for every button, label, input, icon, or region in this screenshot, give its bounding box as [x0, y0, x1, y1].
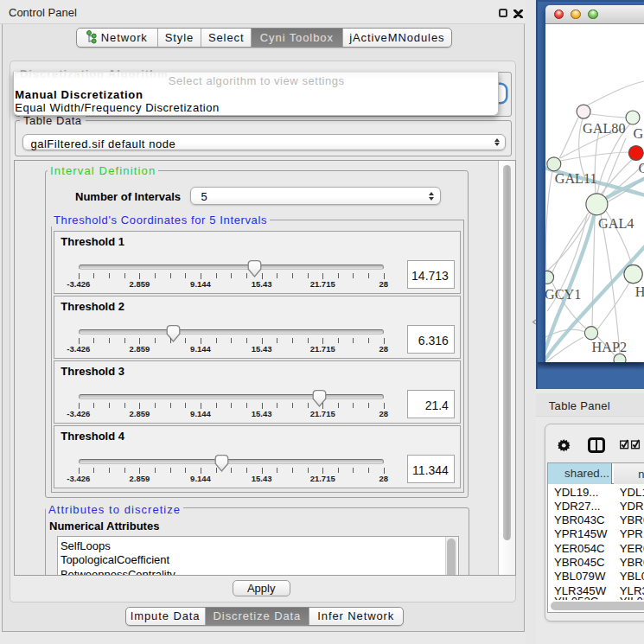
svg-text:GCY1: GCY1 [545, 287, 581, 303]
svg-text:G.: G. [634, 126, 644, 142]
svg-text:C: C [639, 161, 644, 176]
svg-text:H: H [635, 284, 644, 300]
svg-text:HAP2: HAP2 [592, 340, 627, 355]
svg-text:GAL4: GAL4 [598, 216, 634, 232]
svg-text:GAL11: GAL11 [555, 171, 597, 187]
svg-text:GAL80: GAL80 [583, 120, 625, 136]
